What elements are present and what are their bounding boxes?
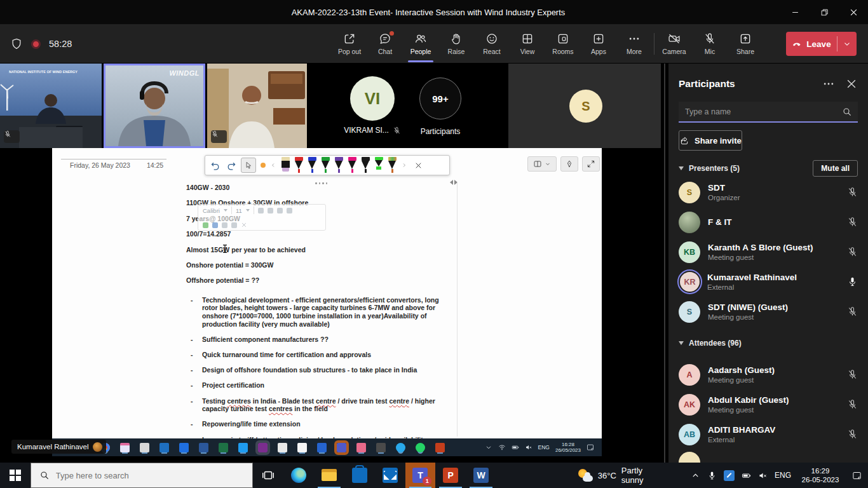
participant-row[interactable]: F & IT — [668, 207, 868, 237]
multicolor-pen-icon[interactable] — [388, 157, 397, 174]
task-view-button[interactable] — [253, 463, 283, 488]
battery-icon[interactable] — [742, 471, 751, 480]
presenters-section-header[interactable]: Presenters (5) Mute all — [668, 159, 868, 177]
taskbar-search[interactable] — [31, 463, 254, 488]
calculator-icon[interactable] — [376, 443, 386, 452]
leave-options-chevron[interactable] — [837, 39, 857, 48]
muted-mic-icon[interactable] — [847, 187, 858, 198]
participant-row[interactable]: S SDT (NIWE) (Guest)Meeting guest — [668, 297, 868, 327]
participants-overflow-count[interactable]: 99+ — [419, 78, 461, 119]
telegram-icon[interactable] — [396, 443, 405, 452]
tray-chevron-icon[interactable] — [485, 444, 492, 451]
word-icon[interactable] — [199, 443, 208, 452]
camera-button[interactable]: Camera — [656, 24, 692, 64]
attendees-section-header[interactable]: Attendees (96) — [668, 334, 868, 352]
chat-button[interactable]: Chat — [367, 24, 403, 64]
close-ink-toolbar-icon[interactable] — [414, 161, 423, 170]
leave-button[interactable]: Leave — [786, 39, 837, 49]
battery-icon[interactable] — [512, 444, 519, 451]
save-app-icon[interactable] — [120, 443, 130, 452]
pink-pen-icon[interactable] — [348, 157, 356, 174]
taskbar-clock[interactable]: 16:29 26-05-2023 — [798, 466, 843, 484]
dismiss-icon[interactable] — [241, 222, 247, 228]
calendar-app-icon[interactable] — [140, 443, 149, 452]
video-thumbnail-niwe[interactable]: NATIONAL INSTITUTE OF WIND ENERGY — [0, 64, 102, 148]
powerpoint-icon[interactable] — [435, 443, 445, 452]
search-input[interactable] — [679, 102, 858, 121]
participant-row[interactable]: AB ADITI BHARGAVExternal — [668, 419, 868, 449]
shared-clock[interactable]: 16:28 26/05/2023 — [555, 442, 581, 454]
whatsapp-icon[interactable] — [416, 443, 425, 452]
format-icon[interactable] — [268, 208, 273, 214]
highlight-color-icon[interactable] — [203, 222, 208, 228]
checklist-icon[interactable] — [277, 208, 283, 214]
fullscreen-button[interactable] — [582, 156, 600, 172]
video-thumbnail-guest[interactable] — [207, 64, 307, 148]
store-button[interactable] — [344, 463, 375, 488]
book-app-icon[interactable] — [278, 443, 287, 452]
word-button[interactable]: W — [466, 463, 496, 488]
scroll-right-icon[interactable] — [401, 162, 407, 168]
muted-mic-icon[interactable] — [847, 399, 858, 410]
panel-more-icon[interactable] — [822, 78, 835, 90]
restore-button[interactable] — [810, 0, 839, 24]
minimize-button[interactable] — [780, 0, 810, 24]
pop-out-button[interactable]: Pop out — [332, 24, 367, 64]
tray-chevron-icon[interactable] — [691, 471, 700, 480]
font-size[interactable]: 11 — [236, 207, 242, 214]
speaker-icon[interactable] — [525, 444, 532, 451]
mute-all-button[interactable]: Mute all — [813, 160, 858, 177]
participant-row[interactable]: KB Karanth A S Blore (Guest)Meeting gues… — [668, 237, 868, 267]
notification-icon[interactable] — [587, 444, 594, 451]
mail-button[interactable] — [375, 463, 405, 488]
more-button[interactable]: More — [616, 24, 652, 64]
avatar-vikram[interactable]: VI — [350, 76, 395, 121]
people-button[interactable]: People — [403, 24, 438, 64]
panel-close-icon[interactable] — [845, 78, 858, 90]
outlook-icon[interactable] — [159, 443, 169, 452]
scroll-left-icon[interactable] — [270, 162, 276, 168]
windows-ink-icon[interactable] — [724, 470, 735, 481]
active-mic-icon[interactable] — [847, 276, 858, 287]
file-explorer-button[interactable] — [314, 463, 344, 488]
taskbar-search-input[interactable] — [56, 471, 253, 480]
muted-mic-icon[interactable] — [847, 306, 858, 317]
video-tile-s[interactable]: S — [508, 64, 661, 148]
laser-pointer-icon[interactable] — [261, 163, 266, 168]
action-center-icon[interactable] — [852, 471, 862, 480]
undo-icon[interactable] — [210, 160, 221, 171]
participant-row[interactable]: S SDTOrganizer — [668, 177, 868, 207]
muted-mic-icon[interactable] — [847, 217, 858, 227]
font-color-icon[interactable] — [212, 222, 218, 228]
raise-hand-button[interactable]: Raise — [438, 24, 474, 64]
flag-icon[interactable] — [287, 208, 292, 214]
participant-row[interactable]: A Aadarsh (Guest)Meeting guest — [668, 360, 868, 390]
numbered-list-icon[interactable] — [231, 222, 237, 228]
participant-row-speaking[interactable]: KR Kumaravel RathinavelExternal — [668, 267, 868, 297]
search-icon[interactable] — [842, 107, 852, 117]
view-button[interactable]: View — [510, 24, 545, 64]
language-indicator[interactable]: ENG — [775, 471, 791, 480]
share-invite-button[interactable]: Share invite — [679, 130, 742, 151]
mail-app-icon[interactable] — [179, 443, 189, 452]
video-thumbnail-active-speaker[interactable]: WINDGL — [104, 64, 205, 148]
rooms-button[interactable]: Rooms — [545, 24, 581, 64]
blue-pen-icon[interactable] — [308, 157, 316, 174]
muted-mic-icon[interactable] — [847, 247, 858, 257]
language-indicator[interactable]: ENG — [538, 444, 550, 451]
teams-icon[interactable] — [337, 443, 346, 452]
annotate-button[interactable] — [560, 156, 578, 172]
wave-app-icon[interactable] — [238, 443, 248, 452]
eraser-icon[interactable] — [281, 157, 290, 174]
onenote-icon[interactable] — [258, 443, 268, 452]
edge-button[interactable] — [283, 463, 314, 488]
weather-widget[interactable]: 36°C Partly sunny — [571, 463, 673, 488]
red-pen-icon[interactable] — [294, 157, 303, 174]
wifi-icon[interactable] — [498, 444, 506, 451]
select-tool-button[interactable] — [241, 158, 256, 173]
bullet-list-icon[interactable] — [222, 222, 227, 228]
font-name[interactable]: Calibri — [203, 207, 220, 214]
excel-icon[interactable] — [219, 443, 228, 452]
layout-view-button[interactable] — [527, 156, 557, 172]
speaker-muted-icon[interactable] — [758, 471, 768, 480]
